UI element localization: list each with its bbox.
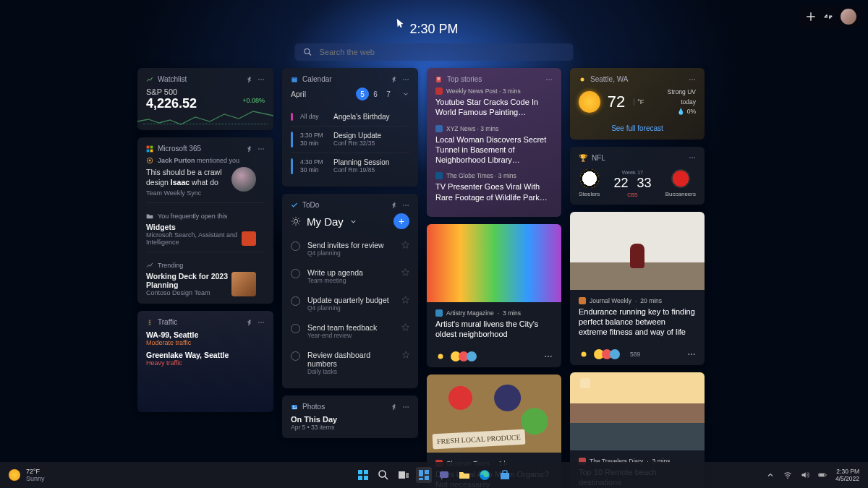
- pin-icon[interactable]: [391, 403, 398, 411]
- todo-item[interactable]: Review dashboard numbersDaily tasks: [291, 345, 409, 381]
- more-icon[interactable]: [544, 352, 553, 361]
- svg-point-32: [405, 406, 407, 408]
- more-icon[interactable]: [258, 319, 265, 326]
- add-widget-icon[interactable]: [806, 12, 816, 22]
- todo-checkbox[interactable]: [291, 269, 300, 278]
- more-icon[interactable]: [545, 76, 553, 83]
- more-icon[interactable]: [687, 350, 696, 359]
- calendar-day[interactable]: 5: [356, 87, 369, 100]
- widgets-button[interactable]: [416, 467, 432, 483]
- calendar-event[interactable]: All day Angela's Birthday: [291, 108, 409, 126]
- todo-checkbox[interactable]: [291, 324, 300, 333]
- more-icon[interactable]: [689, 154, 696, 161]
- traffic-card[interactable]: Traffic WA-99, Seattle Moderate trafficG…: [137, 311, 273, 412]
- calendar-card[interactable]: Calendar April 567 All day Angela's Birt…: [282, 68, 418, 187]
- edge-button[interactable]: [477, 467, 493, 483]
- svg-point-51: [582, 351, 587, 356]
- freq-title: Widgets: [146, 223, 265, 231]
- more-icon[interactable]: [402, 202, 409, 209]
- svg-point-2: [260, 79, 262, 80]
- more-icon[interactable]: [689, 76, 696, 83]
- search-bar[interactable]: [295, 43, 574, 61]
- todo-card[interactable]: ToDo My Day + Send invites for reviewQ4 …: [282, 194, 418, 388]
- mention-text: Jack Purton mentioned you: [158, 157, 239, 164]
- news-card-mural[interactable]: Artistry Magazine · 3 mins Artist's mura…: [427, 224, 561, 367]
- calendar-event[interactable]: 3:30 PM30 min Design UpdateConf Rm 32/35: [291, 126, 409, 153]
- mention-quote: This should be a crawl design Isaac what…: [146, 167, 233, 187]
- news-card-runner[interactable]: Journal Weekly · 20 mins Endurance runni…: [570, 212, 705, 365]
- reactions[interactable]: [453, 351, 477, 361]
- weather-unit: °F: [634, 98, 644, 106]
- star-icon[interactable]: [401, 296, 409, 304]
- team2-logo: [671, 169, 690, 188]
- task-view-button[interactable]: [396, 467, 412, 483]
- watchlist-symbol: S&P 500: [146, 87, 265, 96]
- chevron-down-icon[interactable]: [349, 218, 357, 226]
- traffic-route[interactable]: Greenlake Way, Seattle: [146, 351, 265, 359]
- taskbar-datetime[interactable]: 2:30 PM 4/5/2022: [835, 468, 859, 482]
- svg-rect-73: [825, 474, 826, 476]
- watchlist-card[interactable]: Watchlist S&P 500 4,226.52 +0.08%: [137, 68, 273, 130]
- todo-item[interactable]: Update quarterly budgetQ4 planning: [291, 290, 409, 317]
- todo-checkbox[interactable]: [291, 241, 300, 251]
- taskbar-weather[interactable]: 72°F Sunny: [9, 468, 45, 482]
- sports-card[interactable]: 🏆 NFL Steelers Week 17 22 33 CBS: [570, 147, 705, 205]
- news-item[interactable]: XYZ News · 3 mins Local Woman Discovers …: [435, 125, 553, 166]
- add-task-button[interactable]: +: [393, 213, 409, 229]
- todo-checkbox[interactable]: [291, 351, 300, 361]
- chat-button[interactable]: [436, 467, 452, 483]
- volume-icon[interactable]: [801, 471, 809, 479]
- chevron-up-icon[interactable]: [766, 471, 775, 479]
- todo-item[interactable]: Send invites for reviewQ4 planning: [291, 235, 409, 262]
- stocks-icon: [146, 76, 153, 83]
- pin-icon[interactable]: [246, 145, 253, 153]
- user-avatar[interactable]: [841, 9, 856, 25]
- calendar-event[interactable]: 4:30 PM30 min Planning SessionConf Rm 19…: [291, 153, 409, 179]
- todo-item[interactable]: Write up agendaTeam meeting: [291, 262, 409, 290]
- todo-checkbox[interactable]: [291, 296, 300, 306]
- pin-icon[interactable]: [391, 202, 398, 209]
- svg-point-14: [149, 320, 150, 322]
- photos-heading: On This Day: [291, 415, 409, 424]
- search-button[interactable]: [375, 467, 391, 483]
- calendar-day[interactable]: 7: [382, 87, 395, 100]
- pin-icon[interactable]: [391, 76, 398, 83]
- store-button[interactable]: [497, 467, 513, 483]
- star-icon[interactable]: [401, 323, 409, 331]
- team2-name: Buccaneers: [665, 191, 696, 197]
- pin-icon[interactable]: [246, 319, 253, 326]
- collapse-icon[interactable]: [823, 12, 833, 22]
- news-image: [570, 372, 705, 450]
- top-stories-card[interactable]: Top stories Weekly News Post · 3 mins Yo…: [427, 68, 561, 217]
- reactions[interactable]: [596, 349, 620, 359]
- explorer-button[interactable]: [456, 467, 472, 483]
- traffic-route[interactable]: WA-99, Seattle: [146, 330, 265, 339]
- weather-forecast-link[interactable]: See full forecast: [579, 124, 696, 132]
- more-icon[interactable]: [258, 145, 265, 153]
- svg-point-48: [689, 157, 691, 158]
- m365-card[interactable]: Microsoft 365 Jack Purton mentioned you …: [137, 137, 273, 304]
- calendar-day[interactable]: 6: [369, 87, 382, 100]
- svg-point-42: [548, 356, 549, 357]
- star-icon[interactable]: [401, 268, 409, 276]
- more-icon[interactable]: [402, 403, 409, 411]
- more-icon[interactable]: [402, 76, 409, 83]
- news-item[interactable]: Weekly News Post · 3 mins Youtube Star C…: [435, 87, 553, 118]
- svg-point-17: [258, 322, 260, 323]
- weather-card[interactable]: Seattle, WA 72 °F Strong UV today 💧 0% S…: [570, 68, 705, 140]
- star-icon[interactable]: [401, 241, 409, 249]
- search-input[interactable]: [320, 48, 565, 56]
- todo-item[interactable]: Send team feedbackYear-end review: [291, 317, 409, 345]
- svg-point-3: [263, 79, 264, 80]
- start-button[interactable]: [355, 467, 371, 483]
- battery-icon[interactable]: [818, 471, 827, 479]
- chevron-down-icon[interactable]: [402, 90, 409, 98]
- news-headline: Artist's mural livens the City's oldest …: [435, 319, 553, 340]
- wifi-icon[interactable]: [783, 471, 792, 479]
- star-icon[interactable]: [402, 351, 409, 359]
- pin-icon[interactable]: [246, 76, 253, 83]
- news-item[interactable]: The Globe Times · 3 mins TV Presenter Go…: [435, 172, 553, 202]
- photos-card[interactable]: Photos On This Day Apr 5 • 33 items: [282, 395, 418, 438]
- more-icon[interactable]: [258, 76, 265, 83]
- svg-point-22: [403, 79, 404, 80]
